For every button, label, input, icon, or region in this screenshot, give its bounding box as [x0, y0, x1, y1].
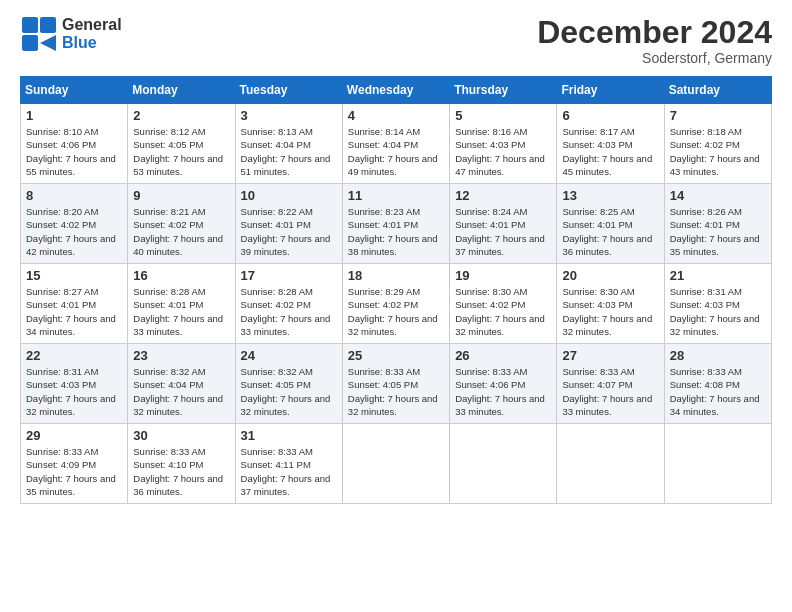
- sunset-time: Sunset: 4:08 PM: [670, 379, 740, 390]
- day-info: Sunrise: 8:25 AM Sunset: 4:01 PM Dayligh…: [562, 205, 658, 258]
- header-wednesday: Wednesday: [342, 77, 449, 104]
- calendar-cell: 3 Sunrise: 8:13 AM Sunset: 4:04 PM Dayli…: [235, 104, 342, 184]
- calendar-cell: 17 Sunrise: 8:28 AM Sunset: 4:02 PM Dayl…: [235, 264, 342, 344]
- daylight-hours: Daylight: 7 hours and 35 minutes.: [670, 233, 760, 257]
- sunrise-time: Sunrise: 8:32 AM: [133, 366, 205, 377]
- day-number: 14: [670, 188, 766, 203]
- day-number: 10: [241, 188, 337, 203]
- day-info: Sunrise: 8:14 AM Sunset: 4:04 PM Dayligh…: [348, 125, 444, 178]
- header-tuesday: Tuesday: [235, 77, 342, 104]
- day-number: 29: [26, 428, 122, 443]
- calendar-cell: 15 Sunrise: 8:27 AM Sunset: 4:01 PM Dayl…: [21, 264, 128, 344]
- calendar-cell: 13 Sunrise: 8:25 AM Sunset: 4:01 PM Dayl…: [557, 184, 664, 264]
- sunset-time: Sunset: 4:05 PM: [348, 379, 418, 390]
- sunset-time: Sunset: 4:03 PM: [562, 139, 632, 150]
- daylight-hours: Daylight: 7 hours and 40 minutes.: [133, 233, 223, 257]
- calendar-cell: 20 Sunrise: 8:30 AM Sunset: 4:03 PM Dayl…: [557, 264, 664, 344]
- sunset-time: Sunset: 4:03 PM: [455, 139, 525, 150]
- calendar: Sunday Monday Tuesday Wednesday Thursday…: [20, 76, 772, 504]
- sunset-time: Sunset: 4:07 PM: [562, 379, 632, 390]
- day-info: Sunrise: 8:10 AM Sunset: 4:06 PM Dayligh…: [26, 125, 122, 178]
- day-info: Sunrise: 8:32 AM Sunset: 4:05 PM Dayligh…: [241, 365, 337, 418]
- day-info: Sunrise: 8:28 AM Sunset: 4:02 PM Dayligh…: [241, 285, 337, 338]
- day-info: Sunrise: 8:26 AM Sunset: 4:01 PM Dayligh…: [670, 205, 766, 258]
- sunrise-time: Sunrise: 8:33 AM: [26, 446, 98, 457]
- daylight-hours: Daylight: 7 hours and 33 minutes.: [241, 313, 331, 337]
- sunrise-time: Sunrise: 8:25 AM: [562, 206, 634, 217]
- daylight-hours: Daylight: 7 hours and 45 minutes.: [562, 153, 652, 177]
- sunrise-time: Sunrise: 8:22 AM: [241, 206, 313, 217]
- day-number: 8: [26, 188, 122, 203]
- day-info: Sunrise: 8:32 AM Sunset: 4:04 PM Dayligh…: [133, 365, 229, 418]
- day-info: Sunrise: 8:20 AM Sunset: 4:02 PM Dayligh…: [26, 205, 122, 258]
- sunrise-time: Sunrise: 8:17 AM: [562, 126, 634, 137]
- sunset-time: Sunset: 4:02 PM: [26, 219, 96, 230]
- sunset-time: Sunset: 4:06 PM: [455, 379, 525, 390]
- day-number: 21: [670, 268, 766, 283]
- sunset-time: Sunset: 4:02 PM: [241, 299, 311, 310]
- sunrise-time: Sunrise: 8:23 AM: [348, 206, 420, 217]
- calendar-cell: 19 Sunrise: 8:30 AM Sunset: 4:02 PM Dayl…: [450, 264, 557, 344]
- day-info: Sunrise: 8:33 AM Sunset: 4:06 PM Dayligh…: [455, 365, 551, 418]
- day-info: Sunrise: 8:28 AM Sunset: 4:01 PM Dayligh…: [133, 285, 229, 338]
- location: Soderstorf, Germany: [537, 50, 772, 66]
- calendar-cell: 25 Sunrise: 8:33 AM Sunset: 4:05 PM Dayl…: [342, 344, 449, 424]
- day-info: Sunrise: 8:12 AM Sunset: 4:05 PM Dayligh…: [133, 125, 229, 178]
- sunrise-time: Sunrise: 8:26 AM: [670, 206, 742, 217]
- daylight-hours: Daylight: 7 hours and 42 minutes.: [26, 233, 116, 257]
- day-info: Sunrise: 8:18 AM Sunset: 4:02 PM Dayligh…: [670, 125, 766, 178]
- day-number: 3: [241, 108, 337, 123]
- sunrise-time: Sunrise: 8:33 AM: [241, 446, 313, 457]
- sunset-time: Sunset: 4:02 PM: [455, 299, 525, 310]
- day-number: 6: [562, 108, 658, 123]
- calendar-week-5: 29 Sunrise: 8:33 AM Sunset: 4:09 PM Dayl…: [21, 424, 772, 504]
- sunrise-time: Sunrise: 8:31 AM: [26, 366, 98, 377]
- sunrise-time: Sunrise: 8:33 AM: [562, 366, 634, 377]
- logo: General Blue: [20, 15, 122, 53]
- sunrise-time: Sunrise: 8:33 AM: [348, 366, 420, 377]
- header: General Blue December 2024 Soderstorf, G…: [20, 15, 772, 66]
- calendar-cell: 4 Sunrise: 8:14 AM Sunset: 4:04 PM Dayli…: [342, 104, 449, 184]
- day-info: Sunrise: 8:31 AM Sunset: 4:03 PM Dayligh…: [670, 285, 766, 338]
- sunrise-time: Sunrise: 8:28 AM: [241, 286, 313, 297]
- calendar-cell: 8 Sunrise: 8:20 AM Sunset: 4:02 PM Dayli…: [21, 184, 128, 264]
- header-friday: Friday: [557, 77, 664, 104]
- daylight-hours: Daylight: 7 hours and 33 minutes.: [455, 393, 545, 417]
- day-info: Sunrise: 8:23 AM Sunset: 4:01 PM Dayligh…: [348, 205, 444, 258]
- sunset-time: Sunset: 4:10 PM: [133, 459, 203, 470]
- day-number: 16: [133, 268, 229, 283]
- sunset-time: Sunset: 4:04 PM: [348, 139, 418, 150]
- calendar-cell: 27 Sunrise: 8:33 AM Sunset: 4:07 PM Dayl…: [557, 344, 664, 424]
- calendar-cell: [664, 424, 771, 504]
- calendar-cell: 5 Sunrise: 8:16 AM Sunset: 4:03 PM Dayli…: [450, 104, 557, 184]
- sunrise-time: Sunrise: 8:12 AM: [133, 126, 205, 137]
- daylight-hours: Daylight: 7 hours and 33 minutes.: [133, 313, 223, 337]
- daylight-hours: Daylight: 7 hours and 43 minutes.: [670, 153, 760, 177]
- sunset-time: Sunset: 4:03 PM: [562, 299, 632, 310]
- sunrise-time: Sunrise: 8:24 AM: [455, 206, 527, 217]
- day-number: 7: [670, 108, 766, 123]
- sunrise-time: Sunrise: 8:29 AM: [348, 286, 420, 297]
- sunset-time: Sunset: 4:02 PM: [348, 299, 418, 310]
- day-number: 11: [348, 188, 444, 203]
- day-number: 18: [348, 268, 444, 283]
- calendar-cell: 21 Sunrise: 8:31 AM Sunset: 4:03 PM Dayl…: [664, 264, 771, 344]
- day-number: 26: [455, 348, 551, 363]
- sunrise-time: Sunrise: 8:14 AM: [348, 126, 420, 137]
- sunset-time: Sunset: 4:06 PM: [26, 139, 96, 150]
- daylight-hours: Daylight: 7 hours and 51 minutes.: [241, 153, 331, 177]
- sunrise-time: Sunrise: 8:32 AM: [241, 366, 313, 377]
- sunrise-time: Sunrise: 8:16 AM: [455, 126, 527, 137]
- sunrise-time: Sunrise: 8:21 AM: [133, 206, 205, 217]
- day-info: Sunrise: 8:33 AM Sunset: 4:10 PM Dayligh…: [133, 445, 229, 498]
- sunrise-time: Sunrise: 8:33 AM: [133, 446, 205, 457]
- day-number: 2: [133, 108, 229, 123]
- calendar-cell: 18 Sunrise: 8:29 AM Sunset: 4:02 PM Dayl…: [342, 264, 449, 344]
- calendar-cell: 9 Sunrise: 8:21 AM Sunset: 4:02 PM Dayli…: [128, 184, 235, 264]
- day-info: Sunrise: 8:33 AM Sunset: 4:11 PM Dayligh…: [241, 445, 337, 498]
- sunset-time: Sunset: 4:01 PM: [26, 299, 96, 310]
- daylight-hours: Daylight: 7 hours and 38 minutes.: [348, 233, 438, 257]
- daylight-hours: Daylight: 7 hours and 32 minutes.: [455, 313, 545, 337]
- day-number: 22: [26, 348, 122, 363]
- calendar-cell: 28 Sunrise: 8:33 AM Sunset: 4:08 PM Dayl…: [664, 344, 771, 424]
